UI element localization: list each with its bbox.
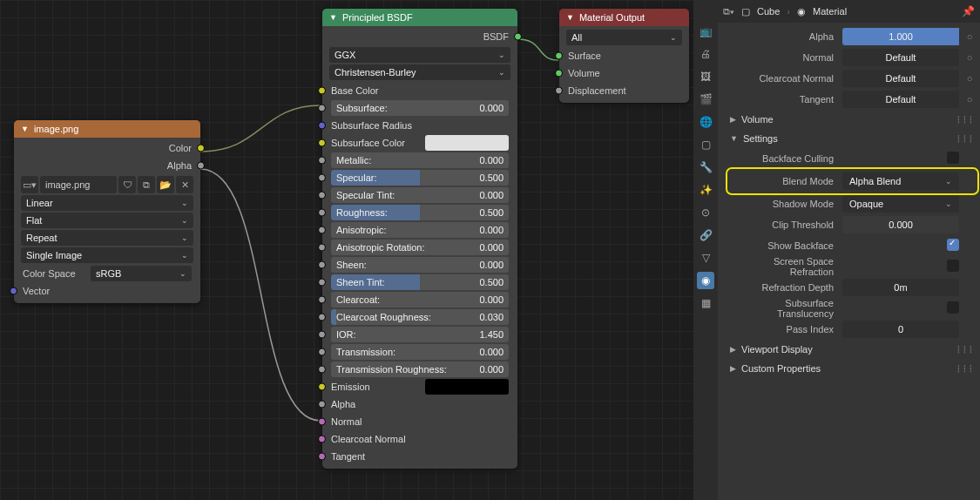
socket-surface-in[interactable] (555, 52, 563, 60)
socket-input[interactable] (318, 105, 326, 112)
checkbox[interactable] (947, 239, 959, 251)
tab-modifiers-icon[interactable]: 🔧 (697, 159, 714, 176)
socket-input[interactable] (318, 174, 326, 182)
image-browse-icon[interactable]: ▭▾ (21, 176, 38, 193)
socket-input[interactable] (318, 139, 326, 147)
socket-input[interactable] (318, 157, 326, 165)
param-slider[interactable]: Transmission Roughness:0.000 (331, 361, 509, 377)
param-slider[interactable]: Clearcoat Roughness:0.030 (331, 309, 509, 325)
node-header[interactable]: ▼ Principled BSDF (322, 9, 517, 26)
collapse-icon[interactable]: ▼ (329, 13, 337, 22)
setting-value[interactable]: Alpha Blend⌄ (842, 172, 959, 190)
color-swatch[interactable] (425, 379, 509, 395)
tab-material-icon[interactable]: ◉ (697, 272, 714, 289)
colorspace-dropdown[interactable]: sRGB⌄ (91, 266, 192, 281)
image-filename[interactable]: image.png (40, 176, 117, 193)
setting-value[interactable]: 0m (842, 279, 959, 296)
breadcrumb-material[interactable]: Material (813, 6, 847, 17)
param-slider[interactable]: Sheen Tint:0.500 (331, 274, 509, 290)
grip-icon[interactable]: ┇┇┇ (956, 116, 975, 124)
tab-object-icon[interactable]: ▢ (697, 136, 714, 153)
node-principled-bsdf[interactable]: ▼ Principled BSDF BSDF GGX⌄ Christensen-… (322, 9, 517, 469)
socket-input[interactable] (318, 192, 326, 199)
socket-input[interactable] (318, 244, 326, 252)
tab-viewlayer-icon[interactable]: 🖼 (697, 68, 714, 85)
socket-alpha-out[interactable] (197, 162, 205, 170)
tab-texture-icon[interactable]: ▦ (697, 294, 714, 312)
tab-output-icon[interactable]: 🖨 (697, 45, 714, 63)
source-dropdown[interactable]: Single Image⌄ (21, 247, 193, 263)
socket-input[interactable] (318, 331, 326, 339)
node-image-texture[interactable]: ▼ image.png Color Alpha ▭▾ image.png 🛡 ⧉… (14, 120, 200, 303)
node-header[interactable]: ▼ image.png (14, 120, 200, 138)
collapse-icon[interactable]: ▼ (21, 125, 29, 133)
output-target-dropdown[interactable]: All⌄ (566, 30, 682, 45)
param-slider[interactable]: Anisotropic Rotation:0.000 (331, 240, 509, 255)
section-viewport-display[interactable]: ▶ Viewport Display ┇┇┇ (730, 340, 975, 359)
keyframe-dot-icon[interactable]: ○ (964, 73, 975, 84)
tab-world-icon[interactable]: 🌐 (697, 113, 714, 131)
tab-data-icon[interactable]: ▽ (697, 249, 714, 267)
breadcrumb-object[interactable]: Cube (757, 6, 780, 17)
section-volume[interactable]: ▶ Volume ┇┇┇ (730, 110, 975, 129)
param-slider[interactable]: Metallic:0.000 (331, 152, 509, 168)
keyframe-dot-icon[interactable]: ○ (964, 31, 975, 42)
property-value[interactable]: Default (842, 91, 959, 108)
socket-input[interactable] (318, 418, 326, 426)
param-slider[interactable]: Specular:0.500 (331, 170, 509, 186)
pin-icon[interactable]: 📌 (962, 5, 975, 17)
setting-value[interactable]: 0 (842, 321, 959, 338)
distribution-dropdown[interactable]: GGX⌄ (329, 47, 510, 63)
collapse-icon[interactable]: ▼ (566, 13, 574, 22)
param-slider[interactable]: Sheen:0.000 (331, 257, 509, 273)
grip-icon[interactable]: ┇┇┇ (956, 346, 975, 354)
param-slider[interactable]: Transmission:0.000 (331, 344, 509, 360)
socket-input[interactable] (318, 226, 326, 234)
tab-physics-icon[interactable]: ⊙ (697, 204, 714, 221)
projection-dropdown[interactable]: Flat⌄ (21, 213, 193, 228)
socket-input[interactable] (318, 383, 326, 391)
param-slider[interactable]: IOR:1.450 (331, 327, 509, 342)
tab-scene-icon[interactable]: 🎬 (697, 91, 714, 108)
keyframe-dot-icon[interactable]: ○ (964, 94, 975, 105)
editor-type-icon[interactable]: ⧉▾ (723, 6, 734, 17)
socket-color-out[interactable] (197, 145, 205, 152)
property-value[interactable]: Default (842, 70, 959, 87)
grip-icon[interactable]: ┇┇┇ (956, 135, 975, 143)
socket-bsdf-out[interactable] (514, 33, 522, 41)
checkbox[interactable] (947, 260, 959, 272)
socket-input[interactable] (318, 296, 326, 304)
image-selector[interactable]: ▭▾ image.png 🛡 ⧉ 📂 ✕ (21, 176, 193, 193)
setting-value[interactable]: Opaque⌄ (842, 195, 959, 213)
grip-icon[interactable]: ┇┇┇ (956, 365, 975, 373)
socket-input[interactable] (318, 122, 326, 130)
color-swatch[interactable] (425, 135, 509, 151)
node-editor-canvas[interactable]: ▼ image.png Color Alpha ▭▾ image.png 🛡 ⧉… (0, 0, 693, 500)
checkbox[interactable] (947, 301, 959, 314)
socket-input[interactable] (318, 87, 326, 95)
unlink-icon[interactable]: ✕ (176, 176, 193, 193)
socket-vector-in[interactable] (10, 287, 17, 295)
node-material-output[interactable]: ▼ Material Output All⌄ Surface Volume Di… (559, 9, 689, 103)
socket-volume-in[interactable] (555, 70, 563, 78)
socket-input[interactable] (318, 366, 326, 374)
socket-displacement-in[interactable] (555, 87, 563, 95)
tab-constraints-icon[interactable]: 🔗 (697, 226, 714, 244)
node-header[interactable]: ▼ Material Output (559, 9, 689, 26)
socket-input[interactable] (318, 314, 326, 321)
keyframe-dot-icon[interactable]: ○ (964, 52, 975, 63)
param-slider[interactable]: Specular Tint:0.000 (331, 187, 509, 203)
socket-input[interactable] (318, 401, 326, 409)
socket-input[interactable] (318, 261, 326, 269)
setting-value[interactable]: 0.000 (842, 216, 959, 233)
new-image-icon[interactable]: ⧉ (138, 176, 155, 193)
socket-input[interactable] (318, 209, 326, 217)
tab-render-icon[interactable]: 📺 (697, 23, 714, 40)
param-slider[interactable]: Roughness:0.500 (331, 205, 509, 220)
section-custom-properties[interactable]: ▶ Custom Properties ┇┇┇ (730, 359, 975, 378)
fake-user-icon[interactable]: 🛡 (118, 176, 136, 193)
param-slider[interactable]: Subsurface:0.000 (331, 100, 509, 116)
checkbox[interactable] (947, 152, 959, 164)
section-settings[interactable]: ▼ Settings ┇┇┇ (730, 129, 975, 148)
property-value[interactable]: Default (842, 49, 959, 66)
